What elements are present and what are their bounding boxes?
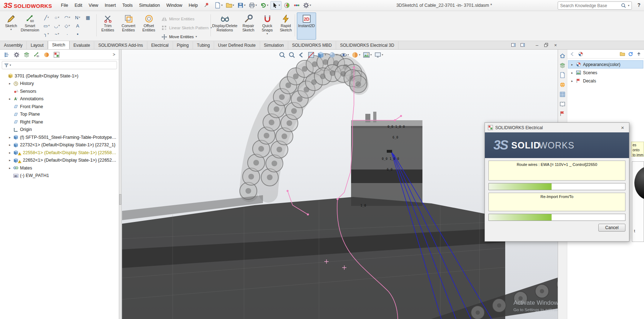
point-tool-button[interactable]: · [62, 30, 72, 38]
property-manager-tab-icon[interactable] [14, 52, 20, 58]
expander-icon[interactable]: ▸ [8, 166, 12, 170]
expander-icon[interactable]: ▸ [8, 143, 12, 147]
construction-tool-button[interactable]: ▪ [72, 30, 83, 38]
sketch-grid-button[interactable]: ▦ [83, 14, 93, 21]
menu-simulation[interactable]: Simulation [136, 1, 163, 10]
convert-entities-button[interactable]: Convert Entities [118, 12, 138, 40]
tab-electrical[interactable]: Electrical [147, 41, 173, 49]
text-tool-button[interactable]: A [72, 22, 83, 30]
quick-snaps-caret-icon[interactable]: ▾ [267, 32, 268, 35]
filter-caret-icon[interactable]: ▾ [10, 64, 11, 67]
slot-tool-button[interactable]: ╮▾ [41, 30, 52, 38]
previous-view-button[interactable] [298, 51, 305, 59]
tree-item-appearances-color[interactable]: ▸ Appearances(color) [568, 60, 643, 69]
tab-evaluate[interactable]: Evaluate [70, 41, 95, 49]
feature-manager-tab-icon[interactable] [4, 52, 10, 58]
tree-filter-input[interactable]: ▾ [2, 61, 117, 69]
tree-item-ew-path1[interactable]: (-) EW_PATH1 [1, 172, 118, 180]
appearance-target-icon[interactable] [578, 51, 583, 57]
panel-flyout-icon[interactable]: > [113, 52, 115, 57]
cancel-button[interactable]: Cancel [598, 224, 625, 232]
instant2d-button[interactable]: Instant2D [297, 12, 316, 40]
tab-assembly[interactable]: Assembly [0, 41, 27, 49]
search-icon[interactable] [621, 3, 626, 8]
open-button[interactable]: ▾ [225, 1, 235, 9]
pane-toggle-right-icon[interactable] [519, 42, 526, 48]
tree-item-annotations[interactable]: ▸ Annotations [1, 95, 118, 103]
select-tool-button[interactable]: ▾ [270, 1, 282, 10]
menu-window[interactable]: Window [163, 1, 185, 10]
offset-entities-button[interactable]: Offset Entities [140, 12, 158, 40]
trim-entities-button[interactable]: Trim Entities [98, 12, 117, 40]
tab-solidworks-add-ins[interactable]: SOLIDWORKS Add-Ins [94, 41, 147, 49]
tree-item-mates[interactable]: ▸ Mates [1, 164, 118, 172]
expander-icon[interactable]: ▸ [570, 79, 574, 83]
file-explorer-tab-icon[interactable] [559, 72, 566, 78]
help-icon[interactable]: ? [637, 2, 640, 8]
splitter-grip[interactable] [119, 194, 121, 205]
tree-item-22652[interactable]: ▸ 22652<1> (Default<Display State-1>) {2… [1, 157, 118, 164]
arc-tool-button[interactable]: ◠▾ [62, 14, 72, 21]
menu-edit[interactable]: Edit [71, 1, 86, 10]
tab-simulation[interactable]: Simulation [260, 41, 288, 49]
appearances-tab-icon[interactable] [559, 62, 566, 69]
back-icon[interactable] [570, 51, 575, 57]
search-input[interactable] [560, 3, 619, 8]
menu-insert[interactable]: Insert [101, 1, 119, 10]
hide-show-items-button[interactable]: ▾ [340, 51, 349, 59]
dimxpert-manager-tab-icon[interactable] [34, 52, 40, 58]
refresh-icon[interactable] [628, 51, 633, 57]
quick-snaps-button[interactable]: Quick Snaps ▾ [259, 12, 275, 40]
expander-icon[interactable]: ▸ [570, 63, 574, 66]
tab-sketch[interactable]: Sketch [48, 41, 70, 49]
tree-item-sftp-s501[interactable]: ▸ (f) SFTP-S501_Steel-Framing-Table-Prot… [1, 133, 118, 141]
view-orientation-button[interactable]: ▾ [317, 51, 326, 59]
spline-tool-button[interactable]: N▾ [72, 14, 83, 21]
zoom-area-button[interactable] [288, 51, 295, 59]
pane-toggle-left-icon[interactable] [510, 42, 517, 48]
minimize-button[interactable]: – [534, 42, 540, 48]
move-entities-caret-icon[interactable]: ▾ [196, 35, 197, 38]
forum-tab-icon[interactable] [559, 111, 566, 117]
expander-icon[interactable]: ▸ [570, 71, 574, 75]
tree-item-scenes[interactable]: ▸ Scenes [568, 69, 643, 77]
tree-item-top-plane[interactable]: Top Plane [1, 111, 118, 118]
tree-item-22732[interactable]: ▸ 22732<1> (Default<Display State-1>) {2… [1, 141, 118, 149]
tab-piping[interactable]: Piping [173, 41, 193, 49]
ellipse-tool-button[interactable]: ◇▾ [62, 22, 72, 30]
zoom-fit-button[interactable] [279, 51, 286, 59]
dialog-close-icon[interactable]: × [619, 125, 626, 131]
display-delete-relations-button[interactable]: Display/Delete Relations [213, 12, 237, 40]
line-tool-button[interactable]: ╱▾ [41, 14, 52, 21]
tree-item-sensors[interactable]: Sensors [1, 87, 118, 95]
circle-tool-button[interactable]: ○▾ [52, 14, 62, 21]
rapid-sketch-button[interactable]: Rapid Sketch [277, 12, 295, 40]
3d-content-tab-icon[interactable] [559, 82, 566, 88]
smart-dimension-button[interactable]: Smart Dimension [20, 12, 40, 40]
freehand-spline-button[interactable]: ~▾ [52, 30, 62, 38]
repair-sketch-button[interactable]: Repair Sketch [239, 12, 258, 40]
menu-view[interactable]: View [86, 1, 102, 10]
tree-item-origin[interactable]: Origin [1, 126, 118, 134]
file-properties-button[interactable] [292, 1, 301, 9]
apply-scene-button[interactable]: ▾ [363, 51, 372, 59]
display-manager-tab-icon[interactable] [44, 52, 50, 58]
move-entities-button[interactable]: Move Entities ▾ [161, 33, 197, 41]
dialog-title-bar[interactable]: SOLIDWORKS Electrical × [485, 123, 629, 132]
display-style-button[interactable]: ▾ [329, 51, 338, 59]
view-settings-button[interactable]: ▾ [374, 51, 383, 59]
tab-user-defined-route[interactable]: User Defined Route [214, 41, 260, 49]
tree-root-assembly[interactable]: 3701 (Default<Display State-1>) [1, 72, 118, 80]
undo-button[interactable]: ▾ [259, 1, 269, 9]
rebuild-button[interactable] [283, 1, 291, 9]
expander-icon[interactable]: ▸ [8, 97, 12, 101]
expander-icon[interactable]: ▸ [8, 158, 12, 162]
new-document-button[interactable]: ▾ [213, 1, 224, 9]
tree-item-decals[interactable]: ▸ Decals [568, 77, 643, 85]
edit-appearance-button[interactable]: ▾ [351, 51, 360, 59]
tree-item-right-plane[interactable]: Right Plane [1, 118, 118, 126]
panel-splitter[interactable] [119, 50, 122, 319]
options-button[interactable]: ▾ [302, 1, 312, 9]
expander-icon[interactable]: ▸ [8, 82, 12, 85]
library-tab-icon[interactable] [559, 101, 566, 107]
